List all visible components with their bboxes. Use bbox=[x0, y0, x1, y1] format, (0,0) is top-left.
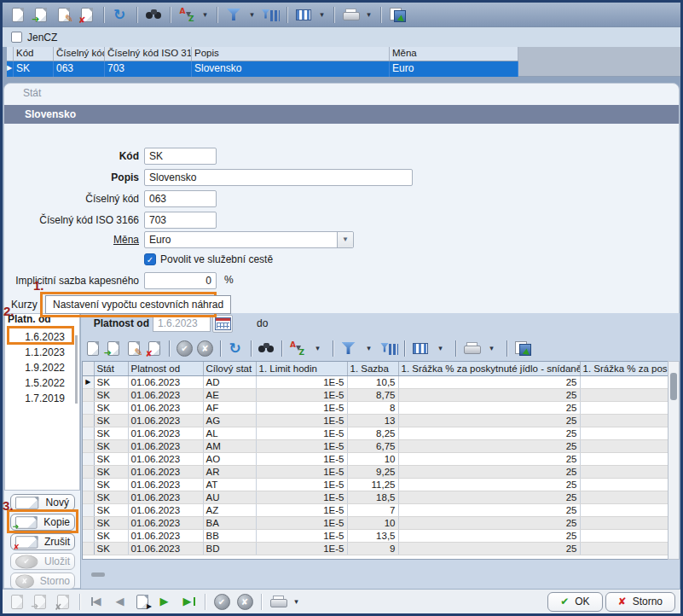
rates-row[interactable]: SK01.06.2023BA1E-51025 bbox=[83, 516, 668, 529]
delete-doc-button[interactable] bbox=[77, 4, 97, 25]
rates-row[interactable]: SK01.06.2023BB1E-513,525 bbox=[83, 529, 668, 542]
apply-circle-button[interactable] bbox=[211, 591, 232, 612]
export-button[interactable] bbox=[513, 339, 531, 357]
column-header[interactable]: Měna bbox=[390, 47, 518, 61]
countries-selected-row[interactable]: ▶ SK 063 703 Slovensko Euro bbox=[7, 61, 518, 77]
zrusit-button[interactable]: Zrušit bbox=[10, 533, 75, 550]
rates-row[interactable]: SK01.06.2023AR1E-59,2525 bbox=[83, 465, 668, 478]
rates-column-header[interactable]: 1. Sazba bbox=[347, 362, 398, 375]
rates-column-header[interactable]: Cílový stat bbox=[203, 362, 256, 375]
columns-button[interactable] bbox=[293, 4, 314, 25]
calendar-button[interactable] bbox=[212, 315, 233, 333]
rates-row[interactable]: SK01.06.2023AF1E-5825 bbox=[83, 401, 668, 414]
validity-scrollbar[interactable] bbox=[75, 335, 78, 404]
nav-first-button[interactable] bbox=[86, 591, 107, 612]
rates-row[interactable]: SK01.06.2023AG1E-51325 bbox=[83, 414, 668, 427]
iso-field[interactable]: 703 bbox=[144, 212, 217, 229]
rates-row[interactable]: SK01.06.2023AL1E-58,2525 bbox=[83, 427, 668, 439]
dropdown-arrow-button[interactable]: ▾ bbox=[483, 339, 501, 357]
validity-item[interactable]: 1.7.2019 bbox=[5, 391, 73, 406]
columns-button[interactable] bbox=[411, 339, 429, 357]
cancel-circle-button[interactable] bbox=[234, 591, 255, 612]
dropdown-arrow-button[interactable]: ▾ bbox=[309, 339, 327, 357]
binoculars-button[interactable] bbox=[143, 4, 164, 25]
tab-nastaveni[interactable]: Nastavení vypočtu cestovních náhrad bbox=[45, 295, 231, 314]
new-doc-button bbox=[7, 591, 27, 612]
filter-chart-button[interactable] bbox=[380, 339, 398, 357]
dropdown-arrow-button[interactable]: ▾ bbox=[246, 4, 258, 25]
new-doc-button[interactable] bbox=[8, 4, 28, 25]
filter-chart-button[interactable] bbox=[260, 4, 281, 25]
povolit-checkbox[interactable] bbox=[144, 253, 156, 265]
column-header[interactable]: Kód bbox=[14, 47, 54, 61]
storno-button[interactable]: ✘ Storno bbox=[605, 592, 675, 612]
column-header[interactable]: Číselný kód bbox=[54, 47, 105, 61]
rates-row[interactable]: SK01.06.2023AE1E-58,7525 bbox=[83, 388, 668, 401]
refresh-button[interactable] bbox=[110, 4, 130, 25]
scrollbar-thumb[interactable] bbox=[670, 373, 677, 400]
vertical-scrollbar[interactable] bbox=[668, 361, 680, 560]
filter-button[interactable] bbox=[223, 4, 244, 25]
rates-column-header[interactable]: Stát bbox=[94, 362, 128, 375]
platnost-od-input[interactable]: 1.6.2023 bbox=[153, 316, 211, 332]
kod-field[interactable]: SK bbox=[144, 148, 217, 165]
copy-doc-button[interactable] bbox=[31, 4, 51, 25]
dropdown-arrow-button[interactable]: ▾ bbox=[316, 4, 327, 25]
rates-row[interactable]: SK01.06.2023AM1E-56,7525 bbox=[83, 439, 668, 452]
print-button[interactable] bbox=[462, 339, 480, 357]
rates-row[interactable]: SK01.06.2023AO1E-51025 bbox=[83, 452, 668, 465]
nav-prev-button[interactable] bbox=[109, 591, 130, 612]
mena-combobox[interactable]: Euro ▼ bbox=[144, 231, 354, 248]
horizontal-scrollbar-thumb[interactable] bbox=[91, 572, 105, 577]
nav-last-button[interactable] bbox=[178, 591, 199, 612]
rates-row[interactable]: SK01.06.2023BD1E-5925 bbox=[83, 542, 668, 555]
copy-doc-button[interactable] bbox=[104, 339, 122, 357]
validity-item[interactable]: 1.5.2022 bbox=[5, 375, 73, 391]
delete-doc-button[interactable] bbox=[145, 339, 163, 357]
new-doc-button[interactable] bbox=[84, 339, 101, 357]
novy-button[interactable]: Nový bbox=[10, 494, 75, 511]
rates-row[interactable]: ▶SK01.06.2023AD1E-510,525 bbox=[83, 375, 668, 388]
validity-item[interactable]: 1.9.2022 bbox=[5, 360, 73, 375]
dropdown-arrow-button[interactable]: ▾ bbox=[200, 4, 211, 25]
validity-column-header[interactable]: Platn. od bbox=[8, 313, 74, 328]
validity-item-selected[interactable]: 1.6.2023 bbox=[5, 329, 73, 345]
column-header[interactable]: Číselný kód ISO 3166 bbox=[105, 47, 192, 61]
sazba-field[interactable]: 0 bbox=[144, 272, 217, 289]
edit-doc-button[interactable] bbox=[124, 339, 142, 357]
tab-kurzy[interactable]: Kurzy bbox=[11, 299, 38, 311]
chevron-down-icon[interactable]: ▼ bbox=[337, 232, 353, 247]
edit-doc-button[interactable] bbox=[54, 4, 74, 25]
jencz-checkbox[interactable] bbox=[11, 32, 22, 43]
nav-next-button[interactable] bbox=[155, 591, 176, 612]
validity-item[interactable]: 1.1.2023 bbox=[5, 345, 73, 360]
dropdown-arrow-button[interactable]: ▾ bbox=[363, 4, 374, 25]
sort-az-button[interactable] bbox=[288, 339, 306, 357]
apply-circle-button[interactable] bbox=[176, 339, 194, 357]
dropdown-arrow-button[interactable]: ▾ bbox=[360, 339, 378, 357]
dropdown-arrow-button[interactable]: ▾ bbox=[431, 339, 449, 357]
print-button[interactable] bbox=[340, 4, 361, 25]
popis-field[interactable]: Slovensko bbox=[144, 169, 413, 186]
rates-column-header[interactable]: 1. Srážka % za pos bbox=[580, 362, 668, 375]
column-header[interactable]: Popis bbox=[192, 47, 390, 61]
dropdown-arrow-button[interactable]: ▾ bbox=[291, 591, 302, 612]
cancel-circle-button[interactable] bbox=[196, 339, 214, 357]
binoculars-button[interactable] bbox=[258, 339, 275, 357]
rates-row[interactable]: SK01.06.2023AT1E-511,2525 bbox=[83, 478, 668, 491]
rates-column-header[interactable]: Platnost od bbox=[128, 362, 203, 375]
export-button[interactable] bbox=[387, 4, 408, 25]
print-button[interactable] bbox=[268, 591, 288, 612]
mena-label[interactable]: Měna bbox=[3, 231, 139, 248]
record-view-button[interactable] bbox=[132, 591, 153, 612]
rates-row[interactable]: SK01.06.2023AU1E-518,525 bbox=[83, 491, 668, 503]
kopie-button[interactable]: Kopie bbox=[10, 514, 75, 531]
ciselny-kod-field[interactable]: 063 bbox=[144, 190, 217, 207]
rates-row[interactable]: SK01.06.2023AZ1E-5725 bbox=[83, 503, 668, 516]
ok-button[interactable]: ✔ OK bbox=[547, 592, 602, 612]
rates-column-header[interactable]: 1. Limit hodin bbox=[256, 362, 347, 375]
rates-column-header[interactable]: 1. Srážka % za poskytnuté jídlo - snídan… bbox=[398, 362, 580, 375]
sort-az-button[interactable] bbox=[177, 4, 197, 25]
refresh-button[interactable] bbox=[227, 339, 245, 357]
filter-button[interactable] bbox=[339, 339, 357, 357]
